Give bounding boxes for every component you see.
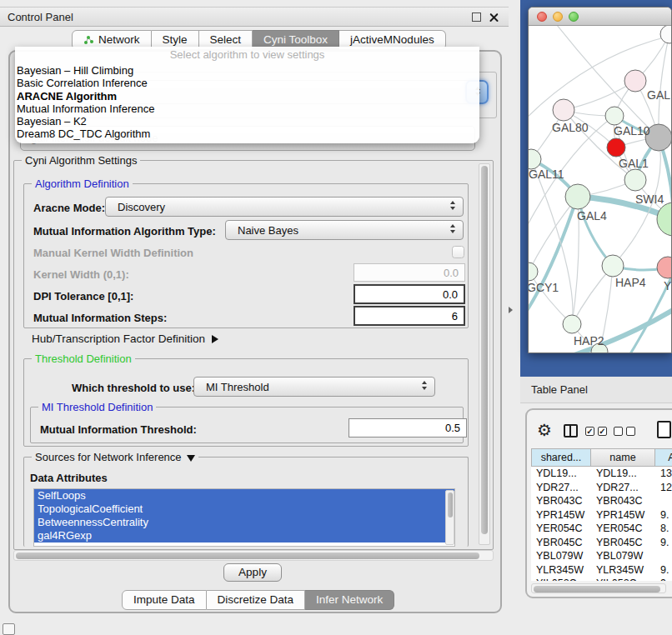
column-header-shared[interactable]: shared... (531, 448, 591, 467)
network-node-hap2[interactable] (563, 315, 581, 333)
attribute-item[interactable]: SelfLoops (34, 489, 454, 502)
tab-label: Network (98, 33, 140, 46)
attribute-item[interactable]: gal4RGexp (34, 529, 454, 542)
unchecked-box-icon (626, 427, 635, 436)
hub-definition-label: Hub/Transcription Factor Definition (32, 332, 205, 345)
close-window-icon[interactable] (537, 12, 547, 22)
table-row[interactable]: YDL19...YDL19...13 (531, 467, 672, 481)
table-row[interactable]: YLR345WYLR345W9. (531, 563, 672, 578)
sources-title[interactable]: Sources for Network Inference (32, 451, 198, 463)
network-edge[interactable] (529, 36, 670, 124)
node-label: GAL80 (552, 121, 589, 134)
network-node-gcy1[interactable] (529, 262, 538, 281)
mi-threshold-label: Mutual Information Threshold: (40, 423, 197, 436)
panel-divider-arrow-icon[interactable] (509, 307, 513, 313)
network-node-gal80[interactable] (553, 99, 574, 121)
table-row[interactable]: YBR043CYBR043C (531, 494, 672, 508)
column-header-a[interactable]: A (655, 448, 672, 467)
aracne-mode-label: Aracne Mode: (33, 202, 105, 214)
columns-icon[interactable] (564, 424, 578, 438)
which-threshold-combobox[interactable]: MI Threshold (193, 377, 435, 397)
select-all-columns-icon[interactable]: ✓ ✓ (585, 427, 607, 436)
tab-label: Select (210, 33, 242, 46)
network-node-gal[interactable] (624, 70, 646, 92)
manual-kernel-checkbox[interactable] (452, 246, 464, 258)
network-node-y[interactable] (657, 257, 671, 278)
tab-infer-network[interactable]: Infer Network (305, 590, 394, 610)
settings-horizontal-scrollbar-thumb[interactable] (16, 552, 479, 559)
settings-vertical-scrollbar[interactable] (479, 163, 490, 545)
node-table: shared...nameA YDL19...YDL19...13YDR27..… (531, 448, 672, 581)
table-cell: YIL052C (531, 577, 591, 581)
mi-steps-input[interactable]: 6 (354, 306, 465, 326)
network-node-gal10[interactable] (605, 107, 624, 125)
network-window-titlebar[interactable] (529, 8, 671, 26)
table-cell: YER054C (531, 522, 591, 536)
dpi-tolerance-input[interactable]: 0.0 (354, 284, 465, 304)
network-canvas[interactable]: GALGAL80GAL10GAL1GAL11GAL4SWI4HAP4GCY1YH… (529, 26, 671, 353)
node-label: HAP2 (574, 334, 604, 348)
collapsed-panel-icon[interactable] (3, 623, 15, 635)
algorithm-option[interactable]: Bayesian – K2 (15, 115, 479, 128)
node-label: GAL (647, 88, 670, 102)
algorithm-placeholder: Select algorithm to view settings (15, 47, 479, 64)
mi-steps-label: Mutual Information Steps: (33, 312, 167, 324)
mi-threshold-input[interactable]: 0.5 (349, 418, 467, 438)
export-table-icon[interactable] (657, 421, 671, 438)
kernel-width-input[interactable]: 0.0 (354, 263, 465, 282)
table-row[interactable]: YIL052CYIL052C9. (531, 577, 672, 581)
network-node-gal11[interactable] (529, 149, 541, 169)
deselect-all-columns-icon[interactable] (614, 427, 635, 436)
table-horizontal-scrollbar[interactable] (531, 583, 666, 593)
mi-type-combobox[interactable]: Naive Bayes (225, 220, 464, 240)
hub-definition-section[interactable]: Hub/Transcription Factor Definition (32, 332, 218, 345)
close-panel-icon[interactable] (489, 12, 499, 22)
network-node-gal4[interactable] (565, 184, 590, 209)
aracne-mode-combobox[interactable]: Discovery (105, 197, 464, 217)
table-row[interactable]: YER054CYER054C8. (531, 522, 672, 536)
table-cell: 9. (655, 563, 672, 578)
table-cell: 12 (655, 481, 672, 495)
float-panel-icon[interactable] (472, 12, 481, 22)
attributes-scrollbar-thumb[interactable] (448, 492, 453, 518)
network-node-hap4[interactable] (602, 255, 624, 277)
minimize-window-icon[interactable] (553, 12, 563, 22)
tab-impute-data[interactable]: Impute Data (122, 590, 207, 610)
algorithm-option[interactable]: Dream8 DC_TDC Algorithm (15, 128, 479, 140)
table-cell: YBR043C (531, 494, 591, 508)
zoom-window-icon[interactable] (569, 12, 579, 22)
control-panel-title: Control Panel (8, 11, 73, 23)
settings-horizontal-scrollbar[interactable] (13, 550, 494, 561)
unchecked-box-icon (614, 427, 623, 436)
tab-discretize-data[interactable]: Discretize Data (207, 590, 306, 610)
network-node[interactable] (624, 169, 646, 191)
attributes-scrollbar[interactable] (445, 490, 454, 545)
node-label: GAL10 (614, 124, 650, 138)
algorithm-option[interactable]: Basic Correlation Inference (15, 77, 479, 89)
node-label: GAL4 (577, 209, 607, 222)
column-header-name[interactable]: name (591, 448, 655, 467)
expanded-arrow-icon[interactable] (187, 455, 195, 462)
collapsed-arrow-icon[interactable] (212, 335, 218, 343)
table-row[interactable]: YDR27...YDR27...12 (531, 481, 672, 495)
table-body: YDL19...YDL19...13YDR27...YDR27...12YBR0… (531, 467, 672, 581)
table-cell: YDL19... (591, 467, 655, 481)
attribute-item[interactable]: BetweennessCentrality (34, 516, 454, 529)
algorithm-option[interactable]: ARACNE Algorithm (15, 90, 479, 102)
which-threshold-value: MI Threshold (206, 381, 269, 393)
node-label: GAL11 (529, 168, 564, 181)
apply-button[interactable]: Apply (223, 563, 282, 582)
attribute-item[interactable]: TopologicalCoefficient (34, 502, 454, 516)
network-node-gal1[interactable] (607, 138, 625, 157)
network-node[interactable] (660, 26, 671, 43)
gear-icon[interactable]: ⚙ (537, 421, 552, 439)
table-row[interactable]: YPR145WYPR145W9. (531, 508, 672, 522)
table-horizontal-scrollbar-thumb[interactable] (534, 586, 660, 592)
tab-label: Infer Network (316, 593, 383, 606)
algorithm-option[interactable]: Mutual Information Inference (15, 102, 479, 115)
data-attributes-list[interactable]: SelfLoopsTopologicalCoefficientBetweenne… (33, 488, 455, 547)
table-row[interactable]: YBR045CYBR045C9. (531, 536, 672, 550)
settings-vertical-scrollbar-thumb[interactable] (481, 166, 488, 534)
algorithm-option[interactable]: Bayesian – Hill Climbing (15, 64, 479, 77)
table-row[interactable]: YBL079WYBL079W (531, 549, 672, 563)
